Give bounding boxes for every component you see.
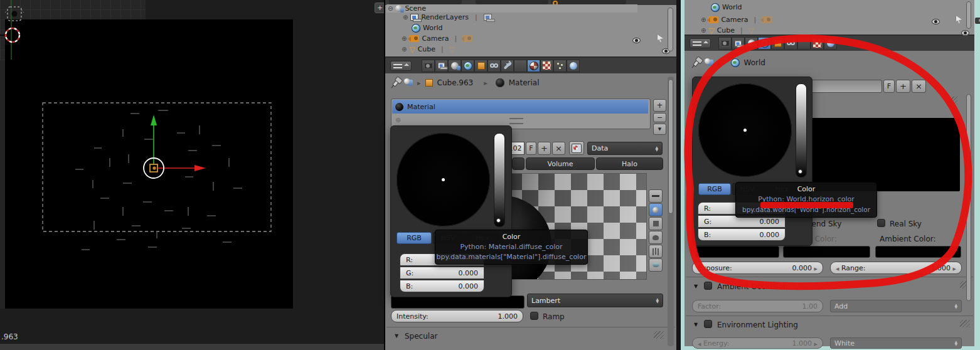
tab-render[interactable] bbox=[422, 60, 435, 72]
tab-texture[interactable] bbox=[811, 37, 824, 50]
manipulator-arrow-y[interactable] bbox=[151, 115, 157, 125]
ao-factor-slider[interactable]: Factor: 1.00 bbox=[692, 300, 823, 312]
expand-icon[interactable]: ⊕ bbox=[701, 17, 706, 23]
outliner-label-cube[interactable]: Cube bbox=[418, 46, 435, 53]
editor-type-button[interactable] bbox=[390, 61, 412, 71]
picker-rgb-tab[interactable]: RGB bbox=[397, 232, 432, 244]
preview-monkey-button[interactable] bbox=[649, 231, 663, 244]
collapse-icon[interactable]: ⊖ bbox=[388, 6, 393, 12]
exposure-slider[interactable]: Exposure: 0.000 ▶ bbox=[692, 262, 823, 274]
preview-sky-button[interactable] bbox=[649, 258, 663, 272]
outliner-label-world[interactable]: World bbox=[423, 24, 443, 31]
zenith-color-swatch[interactable] bbox=[783, 246, 870, 258]
tab-object[interactable] bbox=[771, 37, 784, 50]
picker-g-field[interactable]: G: 0.000 bbox=[400, 267, 484, 279]
expand-icon[interactable]: ⊕ bbox=[403, 14, 408, 21]
camera-object[interactable] bbox=[5, 7, 24, 21]
value-slider[interactable] bbox=[796, 83, 807, 178]
outliner-row-world[interactable]: World bbox=[711, 3, 742, 12]
outliner-row-camera[interactable]: ⊕ Camera | bbox=[701, 15, 772, 24]
type-tab-hidden[interactable] bbox=[512, 157, 525, 170]
outliner-label-cube[interactable]: Cube bbox=[717, 27, 735, 34]
value-slider-cursor[interactable] bbox=[798, 169, 802, 174]
tab-object[interactable] bbox=[474, 60, 487, 72]
outliner-label-camera[interactable]: Camera bbox=[721, 16, 748, 23]
mid-scrollbar[interactable] bbox=[668, 79, 673, 214]
expand-icon[interactable]: ⊕ bbox=[402, 36, 407, 42]
copy-material-button[interactable] bbox=[569, 141, 584, 155]
picker-b-field[interactable]: B: 0.000 bbox=[400, 280, 484, 292]
viewport-3d[interactable]: .963 + bbox=[0, 0, 385, 350]
fake-user-button[interactable]: F bbox=[883, 80, 895, 93]
new-material-button[interactable]: + bbox=[538, 142, 551, 155]
color-wheel-cursor[interactable] bbox=[442, 178, 445, 181]
value-slider-cursor[interactable] bbox=[496, 218, 501, 223]
outliner-row-cube[interactable]: ⊕ ▽ Cube | ▽ bbox=[701, 26, 754, 34]
restrict-view-icon[interactable] bbox=[961, 30, 969, 36]
outliner-label-camera[interactable]: Camera bbox=[422, 35, 449, 42]
tab-world[interactable] bbox=[461, 60, 474, 72]
specular-header[interactable]: Specular bbox=[405, 332, 437, 340]
tab-object-data[interactable] bbox=[797, 37, 811, 50]
unlink-world-button[interactable]: × bbox=[912, 80, 926, 93]
preview-cube-button[interactable] bbox=[649, 217, 663, 230]
tab-constraints[interactable] bbox=[487, 60, 501, 72]
translate-manipulator[interactable] bbox=[144, 115, 206, 178]
panel-drag-grip[interactable] bbox=[652, 330, 665, 340]
outliner-label-world[interactable]: World bbox=[722, 4, 742, 11]
new-world-button[interactable]: + bbox=[896, 80, 910, 93]
editor-type-button[interactable] bbox=[690, 38, 711, 48]
panel-drag-grip[interactable] bbox=[946, 95, 959, 105]
right-scrollbar[interactable] bbox=[966, 94, 971, 301]
outliner-label-scene[interactable]: Scene bbox=[405, 5, 426, 12]
restrict-select-icon[interactable] bbox=[956, 16, 962, 23]
add-slot-icon[interactable]: ⊕ bbox=[395, 117, 401, 124]
tab-texture[interactable] bbox=[540, 60, 553, 72]
outliner-row-cube[interactable]: ⊕ ▽ Cube | ▽ bbox=[402, 45, 455, 54]
restrict-view-icon[interactable] bbox=[632, 38, 641, 43]
fake-user-button[interactable]: F bbox=[526, 142, 536, 155]
slot-add-button[interactable]: + bbox=[653, 99, 666, 112]
mid-outliner[interactable]: ⊖ Scene ⊕ RenderLayers | World ⊕ Camera … bbox=[385, 0, 676, 58]
env-color-dropdown[interactable]: White ▲▼ bbox=[830, 337, 962, 349]
preview-flat-button[interactable] bbox=[649, 189, 663, 203]
picker-rgb-tab[interactable]: RGB bbox=[698, 183, 731, 195]
diffuse-color-swatch[interactable] bbox=[391, 295, 525, 309]
tab-particles[interactable] bbox=[553, 60, 567, 72]
slider-step-right-icon[interactable]: ▶ bbox=[814, 267, 818, 272]
outliner-scrollbar[interactable] bbox=[966, 1, 971, 29]
tab-scene[interactable] bbox=[448, 60, 461, 72]
diffuse-shader-dropdown[interactable]: Lambert ▲▼ bbox=[527, 294, 663, 307]
horizon-color-swatch[interactable] bbox=[695, 246, 779, 258]
type-tab-halo[interactable]: Halo bbox=[596, 157, 663, 170]
outliner-row-camera[interactable]: ⊕ Camera | bbox=[402, 34, 472, 43]
cursor-3d[interactable] bbox=[6, 28, 19, 42]
manipulator-arrow-x[interactable] bbox=[194, 165, 206, 171]
breadcrumb-context[interactable]: World bbox=[744, 59, 765, 66]
slider-step-right-icon[interactable]: ▶ bbox=[814, 342, 818, 347]
outliner-row-world[interactable]: World bbox=[412, 23, 443, 33]
expand-icon[interactable]: ⊕ bbox=[402, 46, 407, 53]
env-header[interactable]: Environment Lighting bbox=[717, 321, 798, 329]
color-wheel-cursor[interactable] bbox=[743, 129, 747, 132]
material-slot-selected[interactable]: Material bbox=[392, 100, 648, 114]
slot-remove-button[interactable]: − bbox=[653, 113, 666, 122]
restrict-select-icon[interactable] bbox=[658, 34, 664, 42]
tab-physics[interactable] bbox=[824, 37, 837, 50]
slider-step-right-icon[interactable]: ▶ bbox=[953, 267, 956, 272]
expand-icon[interactable]: ⊕ bbox=[701, 28, 706, 34]
slider-step-left-icon[interactable]: ◀ bbox=[698, 342, 701, 347]
env-energy-slider[interactable]: ◀ Energy: 1.000 ▶ bbox=[692, 337, 823, 349]
picker-b-field[interactable]: B: 0.000 bbox=[698, 228, 786, 241]
slot-specials-button[interactable]: ▼ bbox=[653, 124, 666, 135]
slider-step-left-icon[interactable]: ◀ bbox=[836, 267, 839, 272]
unlink-material-button[interactable]: × bbox=[552, 142, 565, 155]
breadcrumb-object[interactable]: Cube.963 bbox=[437, 79, 474, 87]
outliner-search-field[interactable] bbox=[551, 0, 626, 4]
tab-render-layers[interactable] bbox=[435, 60, 448, 72]
tab-object-data[interactable] bbox=[514, 60, 527, 72]
link-source-dropdown[interactable]: Data ▲▼ bbox=[587, 142, 663, 155]
ao-enable-checkbox[interactable] bbox=[704, 282, 712, 290]
preview-sphere-button[interactable] bbox=[649, 203, 663, 216]
tab-world[interactable] bbox=[758, 37, 771, 50]
